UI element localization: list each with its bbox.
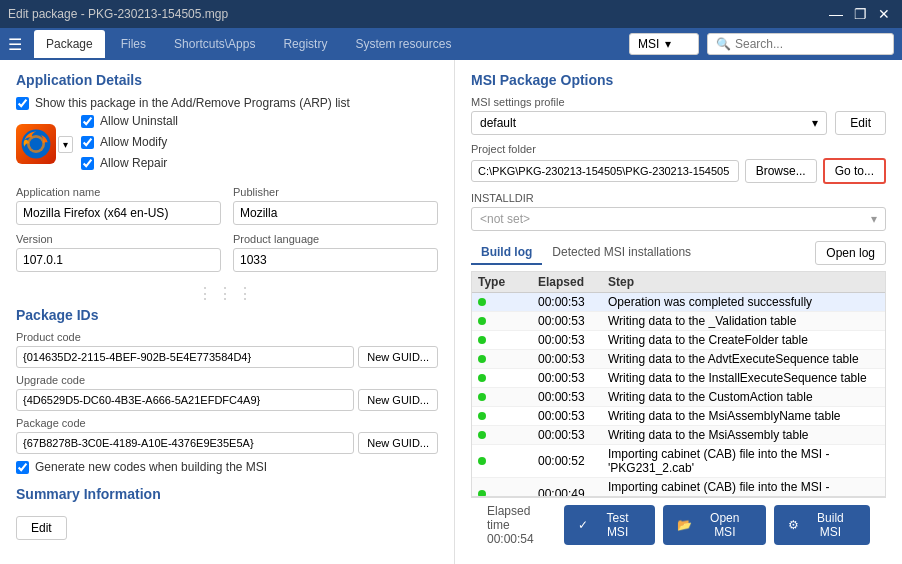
elapsed-label: Elapsed time — [487, 504, 556, 532]
search-input[interactable] — [735, 37, 885, 51]
log-elapsed: 00:00:53 — [538, 390, 608, 404]
log-step: Writing data to the _Validation table — [608, 314, 879, 328]
allow-modify-label: Allow Modify — [100, 135, 167, 149]
allow-repair-label: Allow Repair — [100, 156, 167, 170]
status-dot — [478, 336, 486, 344]
log-type-cell — [478, 457, 538, 465]
app-name-publisher-row: Application name Publisher — [16, 186, 438, 225]
log-step: Importing cabinet (CAB) file into the MS… — [608, 447, 879, 475]
app-name-input[interactable] — [16, 201, 221, 225]
generate-codes-row: Generate new codes when building the MSI — [16, 460, 438, 474]
search-box[interactable]: 🔍 — [707, 33, 894, 55]
log-type-cell — [478, 317, 538, 325]
product-code-new-guid[interactable]: New GUID... — [358, 346, 438, 368]
menubar-right: MSI ▾ 🔍 — [629, 33, 894, 55]
msi-profile-label: MSI settings profile — [471, 96, 886, 108]
summary-edit-button[interactable]: Edit — [16, 516, 67, 540]
tab-shortcuts-apps[interactable]: Shortcuts\Apps — [162, 30, 267, 58]
msi-type-dropdown[interactable]: MSI ▾ — [629, 33, 699, 55]
summary-title: Summary Information — [16, 486, 438, 502]
profile-edit-button[interactable]: Edit — [835, 111, 886, 135]
svg-point-2 — [30, 138, 43, 151]
maximize-button[interactable]: ❐ — [850, 4, 870, 24]
upgrade-code-new-guid[interactable]: New GUID... — [358, 389, 438, 411]
package-ids-section: Package IDs Product code New GUID... Upg… — [16, 307, 438, 474]
titlebar: Edit package - PKG-230213-154505.mgp — ❐… — [0, 0, 902, 28]
project-folder-input[interactable] — [471, 160, 739, 182]
product-code-row: New GUID... — [16, 346, 438, 368]
msi-profile-dropdown[interactable]: default ▾ — [471, 111, 827, 135]
log-type-cell — [478, 490, 538, 496]
checkmark-icon: ✓ — [578, 518, 588, 532]
app-details-title: Application Details — [16, 72, 438, 88]
open-msi-button[interactable]: 📂 Open MSI — [663, 505, 766, 545]
status-dot — [478, 393, 486, 401]
status-dot — [478, 457, 486, 465]
browse-button[interactable]: Browse... — [745, 159, 817, 183]
package-code-input[interactable] — [16, 432, 354, 454]
titlebar-controls: — ❐ ✕ — [826, 4, 894, 24]
hamburger-icon[interactable]: ☰ — [8, 35, 22, 54]
main-content: Application Details Show this package in… — [0, 60, 902, 564]
log-row: 00:00:52 Importing cabinet (CAB) file in… — [472, 445, 885, 478]
log-type-cell — [478, 355, 538, 363]
product-lang-label: Product language — [233, 233, 438, 245]
test-msi-button[interactable]: ✓ Test MSI — [564, 505, 655, 545]
log-step: Importing cabinet (CAB) file into the MS… — [608, 480, 879, 496]
status-dot — [478, 317, 486, 325]
col-type: Type — [478, 275, 538, 289]
log-body[interactable]: 00:00:53 Operation was completed success… — [472, 293, 885, 496]
divider-dots: ⋮⋮⋮ — [16, 284, 438, 303]
allow-uninstall-checkbox[interactable] — [81, 115, 94, 128]
goto-button[interactable]: Go to... — [823, 158, 886, 184]
tab-system-resources[interactable]: System resources — [343, 30, 463, 58]
allow-repair-checkbox[interactable] — [81, 157, 94, 170]
product-lang-field: Product language — [233, 233, 438, 272]
profile-chevron-icon: ▾ — [812, 116, 818, 130]
log-row: 00:00:53 Writing data to the MsiAssembly… — [472, 407, 885, 426]
search-icon: 🔍 — [716, 37, 731, 51]
minimize-button[interactable]: — — [826, 4, 846, 24]
log-row: 00:00:49 Importing cabinet (CAB) file in… — [472, 478, 885, 496]
close-button[interactable]: ✕ — [874, 4, 894, 24]
log-step: Writing data to the InstallExecuteSequen… — [608, 371, 879, 385]
log-type-cell — [478, 412, 538, 420]
upgrade-code-label: Upgrade code — [16, 374, 438, 386]
app-icon-dropdown[interactable]: ▾ — [58, 136, 73, 153]
generate-codes-checkbox[interactable] — [16, 461, 29, 474]
tab-files[interactable]: Files — [109, 30, 158, 58]
upgrade-code-row: New GUID... — [16, 389, 438, 411]
log-step: Writing data to the AdvtExecuteSequence … — [608, 352, 879, 366]
build-msi-button[interactable]: ⚙ Build MSI — [774, 505, 870, 545]
log-elapsed: 00:00:52 — [538, 454, 608, 468]
open-log-button[interactable]: Open log — [815, 241, 886, 265]
tab-registry[interactable]: Registry — [271, 30, 339, 58]
publisher-input[interactable] — [233, 201, 438, 225]
detected-msi-tab[interactable]: Detected MSI installations — [542, 241, 701, 265]
log-row: 00:00:53 Writing data to the AdvtExecute… — [472, 350, 885, 369]
left-panel: Application Details Show this package in… — [0, 60, 455, 564]
version-input[interactable] — [16, 248, 221, 272]
log-type-cell — [478, 374, 538, 382]
allow-modify-checkbox[interactable] — [81, 136, 94, 149]
tab-package[interactable]: Package — [34, 30, 105, 58]
app-name-field: Application name — [16, 186, 221, 225]
status-dot — [478, 412, 486, 420]
log-type-cell — [478, 298, 538, 306]
build-log-tab[interactable]: Build log — [471, 241, 542, 265]
show-arp-checkbox[interactable] — [16, 97, 29, 110]
product-code-label: Product code — [16, 331, 438, 343]
installdir-dropdown[interactable]: <not set> ▾ — [471, 207, 886, 231]
profile-row: default ▾ Edit — [471, 111, 886, 135]
product-code-input[interactable] — [16, 346, 354, 368]
package-code-new-guid[interactable]: New GUID... — [358, 432, 438, 454]
product-lang-input[interactable] — [233, 248, 438, 272]
project-folder-label: Project folder — [471, 143, 886, 155]
upgrade-code-input[interactable] — [16, 389, 354, 411]
version-field: Version — [16, 233, 221, 272]
product-code-group: Product code New GUID... — [16, 331, 438, 368]
log-type-cell — [478, 336, 538, 344]
summary-section: Summary Information Edit — [16, 486, 438, 540]
build-log-tabs: Build log Detected MSI installations — [471, 241, 701, 265]
log-step: Writing data to the MsiAssemblyName tabl… — [608, 409, 879, 423]
